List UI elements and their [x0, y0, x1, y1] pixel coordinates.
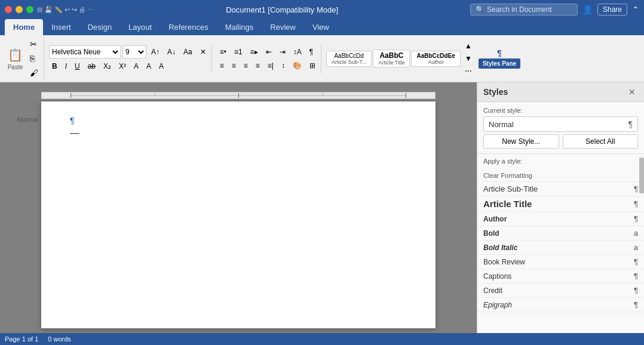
maximize-window-button[interactable] [26, 6, 33, 13]
style-item-clear-formatting[interactable]: Clear Formatting [477, 170, 644, 182]
document-title: Document1 [Compatibility Mode] [226, 5, 338, 14]
para-mark: ¶ [628, 119, 633, 129]
style-item-article-sub[interactable]: AaBbCcDd Article Sub-T... [326, 51, 372, 67]
outline-button[interactable]: ≡▸ [247, 46, 261, 58]
italic-button[interactable]: I [62, 60, 70, 72]
style-item-credit-list[interactable]: Credit ¶ [477, 284, 644, 298]
style-item-epigraph-list[interactable]: Epigraph ¶ [477, 298, 644, 312]
styles-pane-close-button[interactable]: ✕ [626, 86, 638, 98]
apply-style-label: Apply a style: [483, 158, 638, 165]
style-name-clear: Clear Formatting [483, 172, 636, 179]
columns-button[interactable]: ≡| [265, 60, 277, 72]
tab-insert[interactable]: Insert [43, 19, 79, 35]
style-item-bold-italic-list[interactable]: Bold Italic a [477, 241, 644, 255]
subscript-button[interactable]: X₂ [100, 60, 114, 72]
borders-button[interactable]: ⊞ [306, 60, 318, 72]
gallery-expand[interactable]: ⋯ [462, 65, 475, 77]
title-bar-right: 🔍 Search in Document 👤 Share ⌃ [470, 4, 639, 16]
style-item-author-list[interactable]: Author ¶ [477, 212, 644, 226]
tab-design[interactable]: Design [79, 19, 120, 35]
chevron-up-icon[interactable]: ⌃ [632, 5, 639, 14]
style-mark-captions: ¶ [634, 272, 638, 281]
account-icon[interactable]: 👤 [582, 5, 593, 14]
styles-pane-icon: ¶ [497, 48, 502, 58]
highlight-button[interactable]: A [143, 60, 154, 72]
new-style-button[interactable]: New Style... [483, 134, 559, 149]
minimize-window-button[interactable] [16, 6, 23, 13]
paragraph-group: ≡• ≡1 ≡▸ ⇤ ⇥ ↕A ¶ ≡ ≡ ≡ ≡ ≡| ↕ 🎨 ⊞ [214, 45, 321, 73]
main-layout: Normal ¶ — Styles ✕ Current style: Norma… [0, 82, 644, 338]
align-center-button[interactable]: ≡ [229, 60, 239, 72]
strikethrough-button[interactable]: ab [85, 60, 99, 72]
sort-button[interactable]: ↕A [290, 46, 305, 58]
search-icon: 🔍 [476, 5, 484, 14]
line-spacing-button[interactable]: ↕ [278, 60, 288, 72]
font-group: Helvetica Neue 9 A↑ A↓ Aa ✕ B I U ab X₂ … [47, 44, 212, 73]
style-mark-article-title: ¶ [634, 199, 638, 208]
style-item-captions-list[interactable]: Captions ¶ [477, 269, 644, 284]
cut-button[interactable]: ✂ [27, 38, 41, 51]
decrease-indent-button[interactable]: ⇤ [263, 46, 275, 58]
text-color-button[interactable]: A [156, 60, 167, 72]
gallery-scroll-up[interactable]: ▲ [462, 40, 475, 52]
paste-button[interactable]: 📋 [5, 47, 26, 63]
tab-references[interactable]: References [160, 19, 216, 35]
style-name-article-title: Article Title [483, 199, 631, 209]
styles-pane-header: Styles ✕ [477, 82, 644, 102]
styles-pane-button[interactable]: Styles Pane [479, 58, 520, 69]
increase-font-button[interactable]: A↑ [148, 46, 162, 58]
font-selector[interactable]: Helvetica Neue [49, 45, 121, 58]
close-window-button[interactable] [5, 6, 12, 13]
clear-format-button[interactable]: ✕ [197, 46, 209, 58]
style-action-row: New Style... Select All [483, 134, 638, 149]
current-style-value: Normal [489, 120, 628, 129]
style-item-article-title[interactable]: AaBbC Article Title [373, 50, 410, 67]
gallery-scroll-down[interactable]: ▼ [462, 53, 475, 64]
align-right-button[interactable]: ≡ [241, 60, 251, 72]
style-name-bold-italic: Bold Italic [483, 244, 631, 252]
tab-home[interactable]: Home [5, 19, 43, 35]
style-name-bold: Bold [483, 229, 631, 238]
style-item-preview: AaBbCcDdEe [416, 53, 455, 59]
style-item-article-sub-title[interactable]: Article Sub-Title ¶ [477, 182, 644, 196]
style-item-book-review-list[interactable]: Book Review ¶ [477, 255, 644, 269]
font-size-selector[interactable]: 9 [122, 45, 146, 58]
copy-button[interactable]: ⎘ [27, 52, 41, 65]
format-painter-button[interactable]: 🖌 [27, 66, 41, 79]
show-formatting-button[interactable]: ¶ [306, 46, 316, 58]
search-bar[interactable]: 🔍 Search in Document [470, 4, 578, 16]
tab-view[interactable]: View [304, 19, 338, 35]
style-gallery: AaBbCcDd Article Sub-T... AaBbC Article … [324, 39, 642, 78]
paste-label: Paste [8, 64, 23, 70]
increase-indent-button[interactable]: ⇥ [277, 46, 289, 58]
numbering-button[interactable]: ≡1 [231, 46, 246, 58]
tab-review[interactable]: Review [262, 19, 304, 35]
style-item-article-title-list[interactable]: Article Title ¶ [477, 196, 644, 212]
style-item-label: Author [416, 59, 455, 65]
title-bar-left: ⊟ 💾 ✏️ ↩ ↪ 🖨 ⋯ [5, 6, 94, 14]
align-left-button[interactable]: ≡ [217, 60, 227, 72]
tab-layout[interactable]: Layout [120, 19, 160, 35]
decrease-font-button[interactable]: A↓ [164, 46, 179, 58]
share-button[interactable]: Share [597, 4, 627, 16]
tab-mailings[interactable]: Mailings [217, 19, 262, 35]
current-style-label: Current style: [483, 107, 638, 114]
justify-button[interactable]: ≡ [253, 60, 263, 72]
bold-button[interactable]: B [49, 60, 60, 72]
change-case-button[interactable]: Aa [180, 46, 195, 58]
page-count: Page 1 of 1 [5, 335, 38, 338]
style-item-author[interactable]: AaBbCcDdEe Author [411, 51, 460, 67]
select-all-button[interactable]: Select All [563, 134, 639, 149]
font-color-button[interactable]: A [131, 60, 142, 72]
styles-pane: Styles ✕ Current style: Normal ¶ New Sty… [477, 82, 644, 338]
style-item-preview: AaBbC [378, 51, 404, 60]
superscript-button[interactable]: X² [116, 60, 129, 72]
bullets-button[interactable]: ≡• [217, 46, 229, 58]
style-mark-credit: ¶ [634, 286, 638, 295]
document-page[interactable]: ¶ — [41, 101, 436, 328]
underline-button[interactable]: U [72, 60, 83, 72]
style-item-preview: AaBbCcDd [332, 53, 367, 59]
shading-button[interactable]: 🎨 [290, 60, 305, 72]
style-name-epigraph: Epigraph [483, 301, 631, 309]
style-item-bold-list[interactable]: Bold a [477, 226, 644, 241]
